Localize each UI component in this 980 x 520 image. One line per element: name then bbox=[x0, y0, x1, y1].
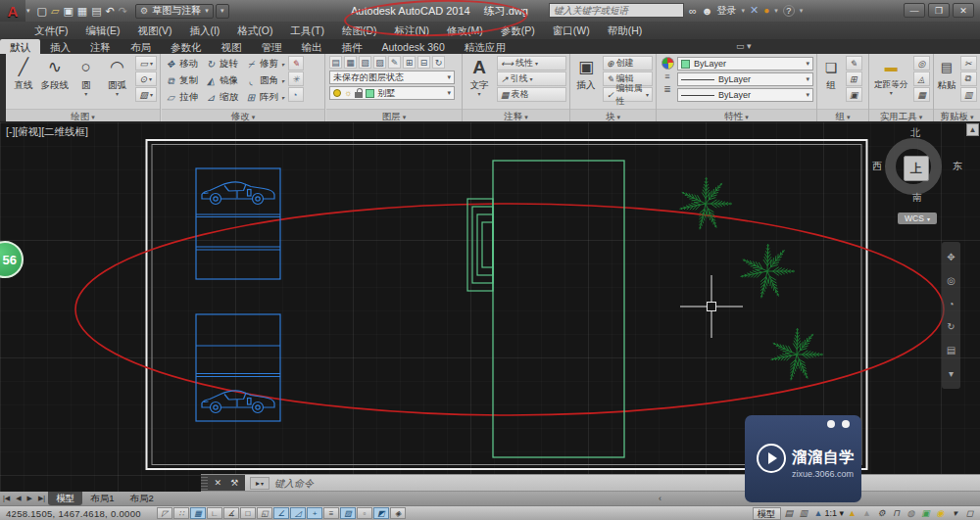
annotation-visibility-icon[interactable]: ▲ bbox=[847, 507, 859, 520]
layout-tab[interactable]: 布局2 bbox=[122, 492, 161, 505]
layer-match-icon[interactable]: ▦ bbox=[344, 56, 357, 69]
parking-row-top[interactable] bbox=[196, 168, 280, 279]
menu-item[interactable]: 文件(F) bbox=[25, 22, 76, 39]
recent-commands-button[interactable]: ▸▾ bbox=[250, 477, 270, 490]
tree-symbol[interactable] bbox=[771, 328, 824, 380]
clean-screen-button[interactable]: ◻ bbox=[964, 507, 977, 520]
panel-label-annotation[interactable]: 注释 bbox=[463, 109, 569, 121]
trim-tool[interactable]: ⌿修剪▾ bbox=[245, 56, 284, 72]
menu-item[interactable]: 窗口(W) bbox=[544, 22, 599, 39]
ribbon-tab[interactable]: 参数化 bbox=[161, 39, 212, 54]
overkill-tool-icon[interactable]: ◔ bbox=[288, 87, 304, 102]
stretch-tool[interactable]: ▱拉伸 bbox=[165, 89, 201, 106]
panel-label-group[interactable]: 组 bbox=[817, 109, 868, 121]
color-wheel-icon[interactable] bbox=[662, 57, 674, 70]
line-tool[interactable]: ╱直线 bbox=[9, 56, 38, 92]
edit-attributes-tool[interactable]: ✓编辑属性▾ bbox=[603, 87, 653, 102]
undo-icon[interactable]: ↶ bbox=[106, 5, 115, 17]
play-button-icon[interactable] bbox=[757, 444, 786, 473]
exchange-apps-icon[interactable]: ✕ bbox=[750, 4, 759, 17]
ellipse-tool-icon[interactable]: ⊙▾ bbox=[135, 71, 157, 86]
annotation-monitor-toggle[interactable]: ◈ bbox=[390, 507, 406, 519]
infer-constraints-toggle[interactable]: ◸ bbox=[157, 507, 172, 519]
ribbon-tab[interactable]: 精选应用 bbox=[455, 39, 515, 54]
tab-nav-arrow[interactable]: ▶| bbox=[35, 495, 48, 502]
status-bulb-icon[interactable]: ◉ bbox=[935, 507, 948, 520]
tab-nav-arrow[interactable]: |◀ bbox=[0, 495, 13, 502]
paste-special-icon[interactable]: ▥ bbox=[960, 87, 977, 102]
quick-view-layouts-icon[interactable]: ▤ bbox=[784, 507, 797, 520]
layer-properties-icon[interactable]: ▤ bbox=[329, 56, 342, 69]
menu-item[interactable]: 格式(O) bbox=[228, 22, 281, 39]
signin-caret-icon[interactable]: ▾ bbox=[741, 7, 745, 15]
panel-label-layers[interactable]: 图层 bbox=[326, 109, 462, 121]
red-ellipse-entity[interactable] bbox=[75, 204, 944, 415]
circle-tool[interactable]: ○圆▾ bbox=[72, 56, 101, 97]
transparency-toggle[interactable]: ▨ bbox=[340, 507, 356, 519]
command-close-icon[interactable]: ✕ bbox=[215, 478, 222, 488]
rectangle-tool-icon[interactable]: ▭▾ bbox=[135, 56, 157, 71]
grid-display-toggle[interactable]: ▦ bbox=[190, 507, 206, 519]
hardware-accel-icon[interactable]: ▣ bbox=[920, 507, 933, 520]
nested-rectangles-entity[interactable] bbox=[467, 199, 493, 291]
scale-tool[interactable]: ⊿缩放 bbox=[205, 89, 241, 106]
redo-icon[interactable]: ↷ bbox=[119, 5, 127, 17]
tree-symbol[interactable] bbox=[680, 177, 733, 229]
status-menu-caret[interactable]: ▾ bbox=[950, 507, 962, 520]
viewport-controls-label[interactable]: [-][俯视][二维线框] bbox=[6, 125, 88, 139]
ribbon-tab[interactable]: 输出 bbox=[292, 39, 332, 54]
menu-item[interactable]: 视图(V) bbox=[128, 22, 180, 39]
minimize-button[interactable]: — bbox=[904, 3, 925, 18]
menu-item[interactable]: 参数(P) bbox=[492, 22, 544, 39]
tab-nav-arrow[interactable]: ▶ bbox=[24, 495, 35, 502]
workspace-extra-dropdown[interactable]: ▾ bbox=[216, 4, 229, 19]
panel-label-draw[interactable]: 绘图 bbox=[6, 109, 160, 121]
panel-label-clipboard[interactable]: 剪贴板 bbox=[934, 109, 980, 121]
showmotion-icon[interactable]: ▤ bbox=[947, 345, 956, 355]
polyline-tool[interactable]: ∿多段线 bbox=[40, 56, 70, 92]
car-block-top[interactable] bbox=[202, 182, 274, 205]
viewcube-east[interactable]: 东 bbox=[953, 160, 962, 173]
point-style-icon[interactable]: ◬ bbox=[913, 71, 930, 86]
lineweight-toggle[interactable]: ≡ bbox=[323, 507, 339, 519]
close-button[interactable]: ✕ bbox=[953, 3, 974, 18]
ribbon-minimize-icon[interactable]: ▭ ▾ bbox=[736, 41, 752, 51]
move-tool[interactable]: ✥移动 bbox=[165, 56, 201, 72]
layout-tab[interactable]: 模型 bbox=[48, 492, 82, 505]
zoom-icon[interactable]: ◎ bbox=[947, 275, 956, 286]
layer-isolate-icon[interactable]: ▨ bbox=[373, 56, 386, 69]
layout-tab[interactable]: 布局1 bbox=[82, 492, 122, 505]
workspace-dropdown[interactable]: ⚙ 草图与注释 ▾ bbox=[135, 4, 214, 19]
group-tool[interactable]: ❏ 组 bbox=[820, 56, 842, 92]
command-wrench-icon[interactable]: ⚒ bbox=[230, 478, 238, 488]
erase-tool-icon[interactable]: ✎ bbox=[288, 56, 304, 71]
polar-tracking-toggle[interactable]: ∡ bbox=[223, 507, 239, 519]
layer-walk-icon[interactable]: ↻ bbox=[432, 56, 445, 69]
paste-tool[interactable]: ▤ 粘贴 bbox=[937, 56, 956, 92]
ribbon-tab[interactable]: 注释 bbox=[80, 39, 121, 54]
linetype-dropdown[interactable]: ByLayer▾ bbox=[677, 88, 813, 102]
logo-caret-icon[interactable]: ▾ bbox=[26, 7, 30, 15]
menu-item[interactable]: 插入(I) bbox=[180, 22, 228, 39]
pan-icon[interactable]: ✥ bbox=[947, 252, 955, 262]
group-selection-icon[interactable]: ▣ bbox=[846, 87, 862, 102]
layer-freeze-icon[interactable]: ✎ bbox=[388, 56, 401, 69]
rotate-tool[interactable]: ↻旋转 bbox=[205, 56, 241, 72]
plot-icon[interactable]: ▤ bbox=[91, 5, 101, 17]
quick-properties-toggle[interactable]: ▫ bbox=[357, 507, 372, 519]
fillet-tool[interactable]: ◟圆角▾ bbox=[245, 72, 284, 89]
annotation-autoscale-icon[interactable]: ▲ bbox=[861, 507, 874, 520]
help-caret-icon[interactable]: ▾ bbox=[800, 7, 804, 15]
menu-item[interactable]: 工具(T) bbox=[282, 22, 333, 39]
group-edit-icon[interactable]: ⊞ bbox=[846, 71, 862, 86]
viewcube-west[interactable]: 西 bbox=[872, 160, 882, 173]
command-line-bar[interactable]: ✕ ⚒ ▸▾ bbox=[201, 474, 980, 492]
help-search-input[interactable] bbox=[549, 3, 684, 18]
layer-dropdown[interactable]: ☼ 别墅 ▾ bbox=[329, 86, 455, 100]
explode-tool-icon[interactable]: ✳ bbox=[288, 71, 304, 86]
measure-tool[interactable]: ▬ 定距等分▾ bbox=[872, 56, 909, 96]
quick-calc-icon[interactable]: ▦ bbox=[913, 87, 930, 102]
tabsbar-collapse-icon[interactable]: ‹ bbox=[659, 494, 662, 503]
ungroup-icon[interactable]: ✎ bbox=[846, 56, 862, 71]
autocad-logo-button[interactable]: A bbox=[0, 0, 25, 22]
